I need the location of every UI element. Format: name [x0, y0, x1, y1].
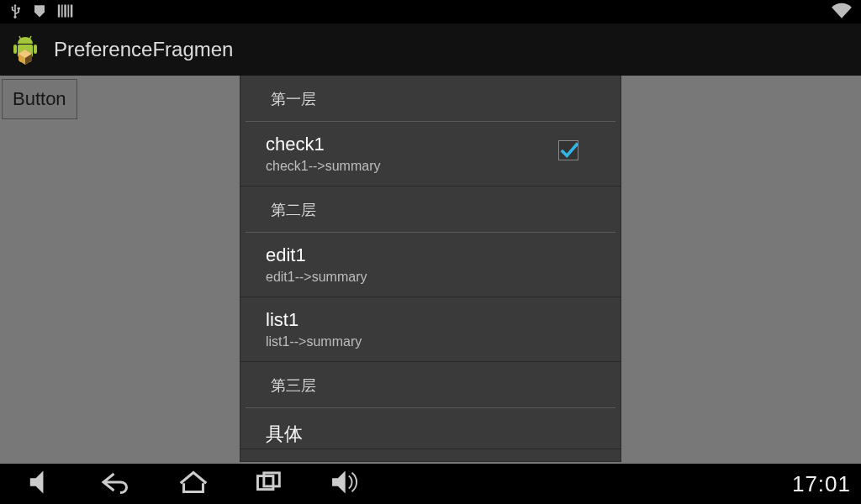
pref-item-edit1[interactable]: edit1 edit1-->summary	[240, 233, 621, 297]
svg-line-11	[29, 36, 31, 39]
pref-item-check1[interactable]: check1 check1-->summary	[240, 122, 621, 186]
action-bar: PreferenceFragmen	[0, 24, 861, 76]
pref-category-header: 第二层	[271, 200, 590, 225]
recent-apps-icon[interactable]	[256, 470, 283, 497]
pref-title: edit1	[266, 244, 595, 266]
status-bar	[0, 0, 861, 24]
pref-summary: list1-->summary	[266, 334, 595, 349]
pref-title: 具体	[266, 422, 595, 447]
pref-category-header: 第三层	[271, 375, 590, 401]
pref-summary: check1-->summary	[266, 159, 595, 174]
pref-category-header: 第一层	[271, 89, 590, 114]
volume-up-icon[interactable]	[330, 470, 362, 498]
svg-line-10	[19, 36, 21, 39]
pref-category-2: 第二层	[246, 186, 615, 233]
pref-category-1: 第一层	[246, 76, 615, 122]
barcode-icon	[57, 3, 74, 21]
volume-down-icon[interactable]	[27, 470, 54, 498]
usb-icon	[8, 3, 22, 22]
back-icon[interactable]	[101, 470, 131, 498]
content-area: Button 第一层 check1 check1-->summary 第二层 e…	[0, 76, 861, 464]
pref-title: check1	[266, 134, 595, 155]
svg-rect-2	[64, 4, 66, 17]
clock[interactable]: 17:01	[792, 471, 851, 497]
svg-rect-7	[34, 45, 37, 54]
pref-summary: edit1-->summary	[266, 270, 595, 285]
svg-rect-1	[61, 4, 63, 17]
svg-rect-4	[71, 4, 73, 17]
pref-title: list1	[266, 309, 595, 331]
navigation-bar: 17:01	[0, 464, 861, 504]
pref-item-peek[interactable]: 具体	[240, 408, 621, 449]
pref-item-list1[interactable]: list1 list1-->summary	[240, 297, 621, 362]
app-icon	[8, 33, 42, 66]
pref-checkbox[interactable]	[558, 140, 582, 164]
home-icon[interactable]	[178, 470, 209, 497]
svg-rect-6	[13, 45, 17, 54]
preference-dialog: 第一层 check1 check1-->summary 第二层 edit1 ed…	[240, 76, 621, 462]
svg-rect-0	[58, 4, 61, 17]
app-title: PreferenceFragmen	[54, 38, 233, 61]
svg-rect-3	[68, 4, 70, 17]
pref-category-3: 第三层	[246, 362, 615, 408]
wifi-icon	[831, 3, 853, 22]
download-icon	[32, 3, 47, 21]
